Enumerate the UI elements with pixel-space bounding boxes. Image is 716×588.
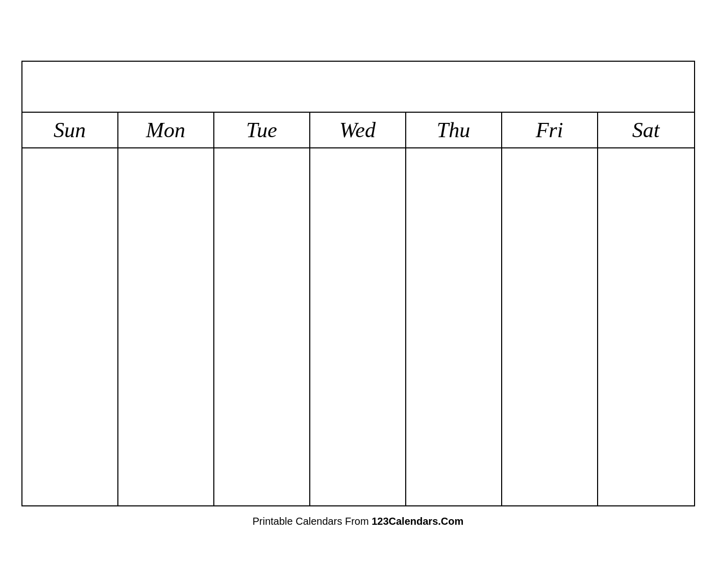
header-thu: Thu [406, 113, 502, 147]
cell-r1c4[interactable] [310, 148, 406, 220]
cell-r4c3[interactable] [214, 363, 310, 434]
cell-r5c2[interactable] [118, 434, 214, 505]
cell-r5c3[interactable] [214, 434, 310, 505]
cell-r2c2[interactable] [118, 220, 214, 291]
cell-r2c7[interactable] [598, 220, 694, 291]
cell-r1c5[interactable] [406, 148, 502, 220]
cell-r4c2[interactable] [118, 363, 214, 434]
page-wrapper: Sun Mon Tue Wed Thu Fri Sat [0, 0, 716, 588]
header-fri: Fri [502, 113, 598, 147]
cell-r3c2[interactable] [118, 291, 214, 363]
calendar-body [22, 148, 694, 505]
cell-r4c4[interactable] [310, 363, 406, 434]
cell-r2c4[interactable] [310, 220, 406, 291]
cell-r1c2[interactable] [118, 148, 214, 220]
calendar-header: Sun Mon Tue Wed Thu Fri Sat [22, 113, 694, 148]
cell-r2c5[interactable] [406, 220, 502, 291]
header-sun: Sun [22, 113, 118, 147]
calendar-title-row [22, 62, 694, 113]
footer-brand: 123Calendars.Com [372, 516, 463, 527]
cell-r5c4[interactable] [310, 434, 406, 505]
header-mon: Mon [118, 113, 214, 147]
cell-r4c6[interactable] [502, 363, 598, 434]
cell-r1c7[interactable] [598, 148, 694, 220]
cell-r2c3[interactable] [214, 220, 310, 291]
cell-r3c7[interactable] [598, 291, 694, 363]
calendar-container: Sun Mon Tue Wed Thu Fri Sat [21, 61, 695, 506]
cell-r5c6[interactable] [502, 434, 598, 505]
header-sat: Sat [598, 113, 694, 147]
cell-r3c3[interactable] [214, 291, 310, 363]
cell-r4c7[interactable] [598, 363, 694, 434]
cell-r3c4[interactable] [310, 291, 406, 363]
cell-r3c1[interactable] [22, 291, 118, 363]
cell-r2c1[interactable] [22, 220, 118, 291]
cell-r1c6[interactable] [502, 148, 598, 220]
calendar-row-3 [22, 291, 694, 363]
cell-r3c6[interactable] [502, 291, 598, 363]
cell-r3c5[interactable] [406, 291, 502, 363]
cell-r5c1[interactable] [22, 434, 118, 505]
header-wed: Wed [310, 113, 406, 147]
calendar-row-5 [22, 434, 694, 505]
footer-text: Printable Calendars From 123Calendars.Co… [253, 516, 464, 527]
cell-r4c1[interactable] [22, 363, 118, 434]
cell-r1c3[interactable] [214, 148, 310, 220]
footer-prefix: Printable Calendars From [253, 516, 372, 527]
calendar-row-4 [22, 363, 694, 434]
calendar-row-1 [22, 148, 694, 220]
calendar-row-2 [22, 220, 694, 291]
cell-r1c1[interactable] [22, 148, 118, 220]
cell-r5c5[interactable] [406, 434, 502, 505]
cell-r4c5[interactable] [406, 363, 502, 434]
header-tue: Tue [214, 113, 310, 147]
cell-r2c6[interactable] [502, 220, 598, 291]
cell-r5c7[interactable] [598, 434, 694, 505]
